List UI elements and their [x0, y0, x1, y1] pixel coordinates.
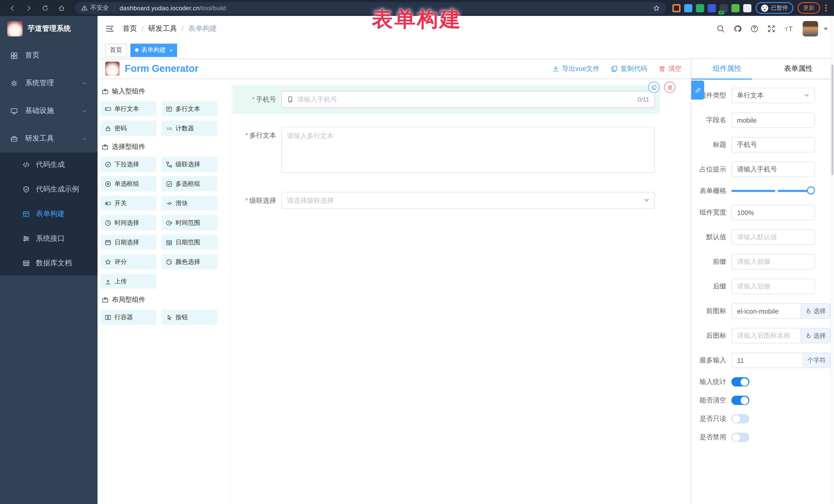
security-warning[interactable]: 不安全 [81, 4, 109, 12]
extension-white-star[interactable] [743, 4, 751, 12]
sidebar-item-1[interactable]: 系统管理 [0, 69, 97, 97]
prop-input-3[interactable]: 请输入手机号 [731, 162, 815, 177]
toggle-3[interactable] [731, 433, 749, 442]
toggle-2[interactable] [731, 414, 749, 423]
prop-input-6[interactable]: 请输入默认值 [731, 229, 815, 245]
append-button-10[interactable]: 选择 [801, 328, 830, 343]
action-1[interactable]: 复制代码 [611, 64, 647, 73]
canvas-field-1[interactable]: *多行文本 请输入多行文本 [233, 120, 660, 179]
palette-item[interactable]: 开关 [101, 196, 156, 211]
browser-back-button[interactable] [7, 2, 18, 14]
prop-input-10[interactable]: 请输入后图标名称 [731, 328, 801, 343]
action-0[interactable]: 导出vue文件 [552, 64, 599, 73]
prop-row-11: 最多输入11个字符 [691, 353, 834, 368]
palette-item[interactable]: 级联选择 [162, 156, 218, 172]
palette-item[interactable]: 多行文本 [162, 101, 218, 116]
prop-input-5[interactable]: 100% [731, 205, 815, 220]
toggle-1[interactable] [731, 396, 749, 405]
field-textarea[interactable]: 请输入多行文本 [281, 127, 655, 173]
active-tab-bar [691, 79, 752, 80]
sidebar-subitem-3[interactable]: 系统接口 [0, 226, 97, 251]
breadcrumb-item-1[interactable]: 研发工具 [148, 24, 177, 34]
page-scrollbar[interactable] [830, 16, 834, 504]
field-select[interactable]: 请选择级联选择 [281, 192, 655, 209]
sidebar-subitem-0[interactable]: 代码生成 [0, 152, 97, 177]
extension-dark-on[interactable]: on [720, 4, 728, 12]
sidebar-item-0[interactable]: 首页 [0, 42, 97, 69]
breadcrumb-item-2[interactable]: 表单构建 [188, 24, 217, 34]
browser-forward-button[interactable] [23, 2, 35, 14]
sidebar-subitem-4[interactable]: 数据库文档 [0, 251, 97, 276]
slider-knob[interactable] [807, 186, 815, 195]
palette-item[interactable]: 滑块 [162, 196, 218, 211]
delete-field-button[interactable] [664, 82, 675, 93]
append-button-9[interactable]: 选择 [801, 303, 830, 319]
palette-item[interactable]: 时间范围 [162, 215, 218, 231]
font-size-icon[interactable]: TT [784, 25, 794, 33]
search-icon[interactable] [717, 25, 725, 33]
sidebar-subitem-2[interactable]: 表单构建 [0, 202, 97, 226]
help-icon[interactable] [750, 25, 759, 33]
breadcrumb-item-0[interactable]: 首页 [123, 24, 137, 34]
profile-paused-pill[interactable]: 已暂停 [755, 2, 793, 14]
browser-menu-icon[interactable] [825, 5, 827, 11]
palette-item[interactable]: 颜色选择 [162, 254, 218, 269]
avatar-caret-icon[interactable] [824, 27, 828, 30]
tag-close-icon[interactable]: × [169, 47, 173, 53]
palette-item[interactable]: 123计数器 [162, 120, 218, 136]
prop-select-0[interactable]: 单行文本 [731, 88, 815, 103]
toggle-0[interactable] [731, 377, 749, 387]
url-bar[interactable]: 不安全 dashboard.yudao.iocoder.cn /tool/bui… [75, 2, 666, 14]
update-button[interactable]: 更新 [797, 2, 820, 14]
palette-item[interactable]: 多选框组 [162, 176, 218, 192]
palette-item[interactable]: 评分 [101, 254, 156, 269]
canvas-field-0[interactable]: *手机号 请输入手机号0/11 [233, 85, 660, 114]
tag-0[interactable]: 首页 [105, 43, 127, 57]
github-icon[interactable] [733, 25, 742, 33]
copy-field-button[interactable] [648, 82, 659, 93]
bookmark-star-icon[interactable] [653, 4, 660, 12]
action-2[interactable]: 清空 [658, 64, 682, 73]
palette-item[interactable]: 上传 [101, 273, 156, 289]
panel-tab-0[interactable]: 组件属性 [691, 59, 763, 79]
drawer-handle[interactable] [691, 81, 704, 100]
palette-item[interactable]: 单选框组 [101, 176, 156, 192]
extension-blue-gem[interactable] [684, 4, 692, 12]
extension-orange-ring[interactable] [672, 4, 681, 12]
number-icon: 123 [166, 125, 172, 132]
palette-item[interactable]: 密码 [101, 120, 156, 136]
extension-green-leaf[interactable] [731, 4, 740, 12]
panel-tab-1[interactable]: 表单属性 [763, 59, 834, 79]
sidebar-item-3[interactable]: 研发工具 [0, 125, 97, 152]
prop-input-2[interactable]: 手机号 [731, 137, 815, 152]
palette-item[interactable]: 日期选择 [101, 235, 156, 250]
cascader-icon [166, 161, 172, 168]
field-input[interactable]: 请输入手机号0/11 [281, 91, 655, 108]
prop-input-1[interactable]: mobile [731, 112, 815, 128]
palette-item[interactable]: 下拉选择 [101, 156, 156, 172]
prop-input-11[interactable]: 11 [731, 353, 803, 368]
tag-1[interactable]: 表单构建× [130, 43, 177, 57]
fullscreen-icon[interactable] [767, 25, 775, 33]
scrollbar-thumb[interactable] [831, 65, 833, 175]
grid-slider[interactable] [731, 190, 811, 192]
prop-input-7[interactable]: 请输入前缀 [731, 254, 815, 269]
browser-reload-button[interactable] [40, 2, 51, 14]
browser-home-button[interactable] [56, 2, 67, 14]
prop-input-9[interactable]: el-icon-mobile [731, 303, 801, 319]
canvas-field-2[interactable]: *级联选择 请选择级联选择 [233, 186, 660, 215]
extension-blue-columns[interactable] [708, 4, 716, 12]
user-avatar[interactable] [803, 21, 818, 37]
prop-row-0: 组件类型单行文本 [691, 88, 834, 103]
sidebar-item-2[interactable]: 基础设施 [0, 97, 97, 125]
palette-item[interactable]: 按钮 [162, 309, 218, 325]
palette-item[interactable]: 行容器 [101, 309, 156, 325]
palette-item[interactable]: 时间选择 [101, 215, 156, 231]
prop-input-8[interactable]: 请输入后缀 [731, 279, 815, 294]
append-button-11[interactable]: 个字符 [803, 353, 830, 368]
sidebar-subitem-1[interactable]: 代码生成示例 [0, 177, 97, 202]
hamburger-icon[interactable] [105, 24, 114, 34]
extension-green-check[interactable] [696, 4, 704, 12]
palette-item[interactable]: 单行文本 [101, 101, 156, 116]
palette-item[interactable]: 日期范围 [162, 235, 218, 250]
